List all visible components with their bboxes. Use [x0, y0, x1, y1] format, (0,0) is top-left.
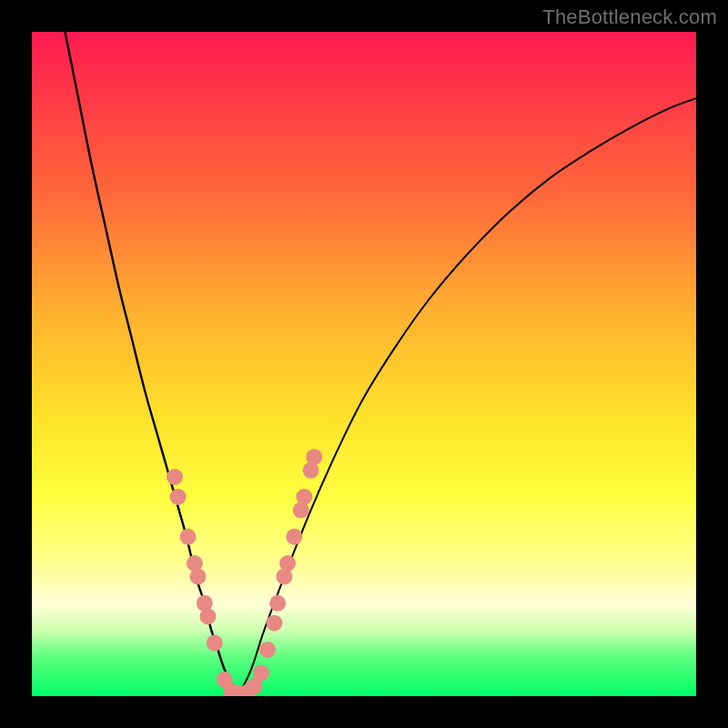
highlight-marker [253, 664, 269, 681]
highlight-marker [279, 555, 296, 571]
curve-left-branch [66, 32, 238, 696]
highlight-marker [167, 469, 183, 485]
chart-overlay [32, 32, 696, 696]
highlight-marker [269, 595, 286, 612]
highlight-marker [180, 529, 197, 545]
highlight-marker [306, 449, 322, 465]
highlight-marker [207, 635, 223, 652]
highlight-marker [286, 529, 302, 545]
highlight-markers [167, 449, 322, 696]
chart-frame: TheBottleneck.com [0, 0, 728, 728]
highlight-marker [259, 642, 276, 658]
highlight-marker [199, 608, 216, 624]
highlight-marker [266, 615, 282, 632]
highlight-marker [190, 569, 207, 585]
curve-right-branch [238, 98, 696, 696]
highlight-marker [170, 489, 187, 505]
highlight-marker [296, 489, 312, 505]
watermark-text: TheBottleneck.com [542, 5, 717, 29]
